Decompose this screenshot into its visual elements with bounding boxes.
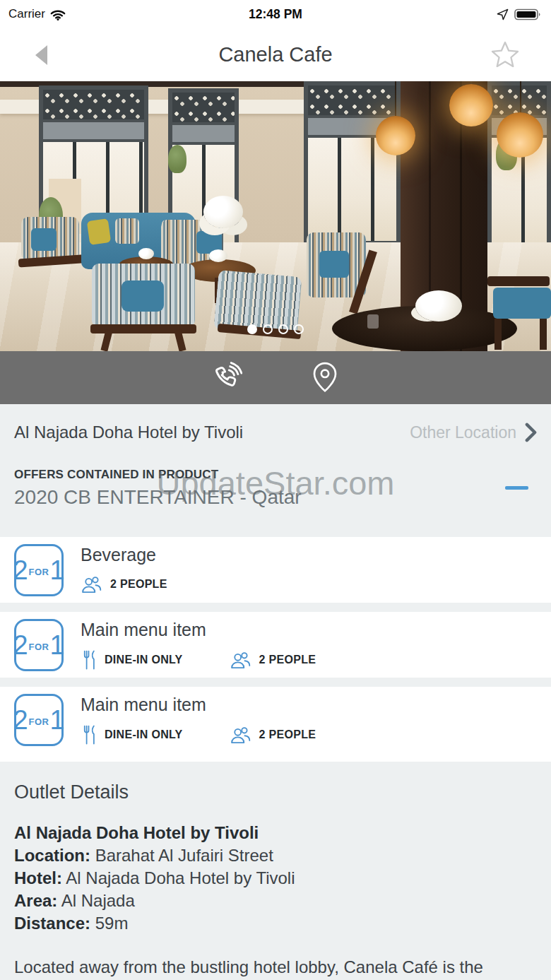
carousel-dot[interactable] [278,324,288,334]
carousel-dots [0,324,551,334]
dine-in-chip: DINE-IN ONLY [81,724,183,745]
app-screen: Carrier 12:48 PM Canela Cafe [0,0,551,980]
blue-pillow [319,251,349,278]
table-flowers [209,249,227,262]
two-for-one-badge: 2 FOR 1 [14,694,64,746]
outlet-details-name: Al Najada Doha Hotel by Tivoli [14,822,537,844]
carousel-dot[interactable] [294,324,304,334]
fork-knife-icon [81,649,97,671]
field-value: 59m [95,914,129,933]
fork-knife-icon [81,724,97,745]
map-button[interactable] [293,357,357,399]
back-button[interactable] [27,28,56,81]
people-chip: 2 PEOPLE [230,725,316,745]
offer-title: Beverage [81,545,537,565]
favorite-star-icon[interactable] [489,39,521,71]
people-icon [230,650,252,670]
window-lattice [43,90,144,119]
outlet-details-section: Outlet Details Al Najada Doha Hotel by T… [0,762,551,980]
people-label: 2 PEOPLE [259,728,316,741]
back-chevron-icon [35,45,47,65]
chair-leg [494,319,502,350]
offers-list: 2 FOR 1 Beverage 2 PEOPLE [0,537,551,752]
location-pin-icon [311,361,339,395]
chevron-right-icon [525,423,537,442]
people-label: 2 PEOPLE [110,578,167,591]
badge-for: FOR [29,567,49,577]
lamp-cord [395,81,396,117]
other-location-label: Other Location [410,423,516,442]
collapse-minus-icon[interactable] [505,486,528,490]
dine-in-label: DINE-IN ONLY [105,728,183,741]
pendant-lamp [497,112,543,158]
field-label: Location: [14,846,90,865]
action-bar [0,351,551,404]
dine-in-chip: DINE-IN ONLY [81,649,183,671]
two-for-one-badge: 2 FOR 1 [14,619,64,671]
badge-one: 1 [49,707,64,733]
outlet-details-heading: Outlet Details [14,781,537,803]
people-label: 2 PEOPLE [259,654,316,666]
badge-one: 1 [49,632,64,659]
outlet-field: Distance: 59m [14,912,537,935]
offer-title: Main menu item [81,620,537,640]
outlet-name: Al Najada Doha Hotel by Tivoli [14,423,243,442]
badge-one: 1 [49,557,64,584]
blue-cushion [493,288,551,319]
offer-title: Main menu item [81,695,537,715]
blue-pillow [31,228,57,251]
offers-eyebrow: OFFERS CONTAINED IN PRODUCT [14,468,537,482]
pendant-lamp [449,84,493,126]
outlet-field: Hotel: Al Najada Doha Hotel by Tivoli [14,867,537,890]
hydrangea-flowers [415,290,462,321]
hero-image[interactable] [0,81,551,351]
people-chip: 2 PEOPLE [230,650,316,670]
offer-card[interactable]: 2 FOR 1 Main menu item DINE-IN ONLY [0,687,551,752]
people-icon [230,725,252,745]
pendant-lamp [376,116,415,155]
page-title: Canela Cafe [218,43,332,66]
outlet-summary-section: UpdateStar.com Al Najada Doha Hotel by T… [0,404,551,537]
window-lattice [172,93,235,122]
badge-for: FOR [29,642,49,652]
battery-icon [514,8,543,21]
chair-leg [540,319,547,350]
dine-in-label: DINE-IN ONLY [105,654,183,666]
product-name: 2020 CB ENTERTAINER - Qatar [14,486,537,509]
outlet-description: Located away from the bustling hotel lob… [14,956,537,980]
field-value: Al Najada [61,891,135,910]
offer-card[interactable]: 2 FOR 1 Beverage 2 PEOPLE [0,537,551,603]
yellow-pillow [87,218,111,245]
badge-two: 2 [13,557,28,584]
call-button[interactable] [194,357,258,399]
badge-two: 2 [13,707,28,733]
striped-pillow [115,218,139,244]
field-label: Distance: [14,914,90,933]
badge-for: FOR [29,716,49,727]
outlet-field: Location: Barahat Al Jufairi Street [14,844,537,867]
courtyard-plant [168,145,186,173]
white-flower-arrangement [203,196,243,228]
window-lattice [492,85,547,115]
location-services-icon [496,8,509,21]
field-label: Hotel: [14,868,62,887]
window-transom [43,122,144,139]
people-icon [81,574,103,594]
table-flowers [138,248,154,259]
window-transom [172,125,235,142]
field-value: Al Najada Doha Hotel by Tivoli [66,868,295,887]
location-row: Al Najada Doha Hotel by Tivoli Other Loc… [14,404,537,442]
phone-icon [210,362,242,394]
lamp-cord [520,81,521,114]
carousel-dot[interactable] [263,324,273,334]
offers-header: OFFERS CONTAINED IN PRODUCT 2020 CB ENTE… [14,468,537,509]
field-label: Area: [14,891,57,910]
other-location-link[interactable]: Other Location [410,423,537,442]
window-right-band [304,81,401,245]
outlet-field: Area: Al Najada [14,890,537,912]
carousel-dot[interactable] [247,324,257,334]
offer-card[interactable]: 2 FOR 1 Main menu item DINE-IN ONLY [0,612,551,678]
badge-two: 2 [13,632,28,659]
status-bar: Carrier 12:48 PM [0,0,551,28]
two-for-one-badge: 2 FOR 1 [14,544,64,596]
